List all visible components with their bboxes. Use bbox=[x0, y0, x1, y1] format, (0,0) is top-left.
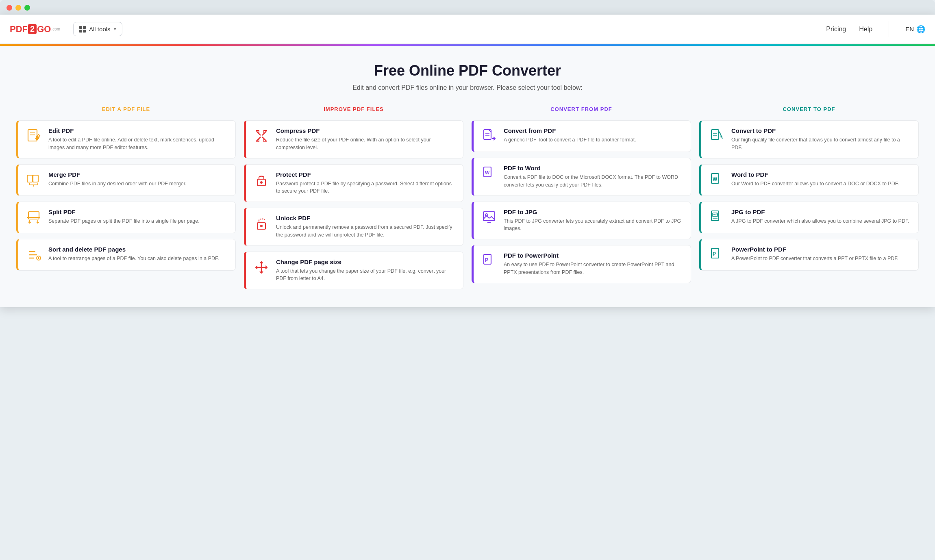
tool-desc-edit-pdf: A tool to edit a PDF file online. Add or… bbox=[48, 136, 229, 152]
tool-card-merge-pdf[interactable]: Merge PDF Combine PDF files in any desir… bbox=[16, 164, 236, 196]
tool-card-protect-pdf[interactable]: Protect PDF Password protect a PDF file … bbox=[244, 164, 463, 202]
tool-card-pdf-to-jpg[interactable]: PDF to JPG This PDF to JPG converter let… bbox=[472, 202, 691, 240]
logo-2-badge: 2 bbox=[28, 24, 37, 34]
tool-card-pdf-to-ppt[interactable]: P PDF to PowerPoint An easy to use PDF t… bbox=[472, 245, 691, 283]
svg-rect-6 bbox=[28, 212, 39, 219]
all-tools-button[interactable]: All tools ▾ bbox=[73, 22, 122, 36]
all-tools-label: All tools bbox=[89, 26, 111, 33]
tool-card-jpg-to-pdf[interactable]: JPG to PDF A JPG to PDF converter which … bbox=[699, 202, 919, 233]
tool-info-compress-pdf: Compress PDF Reduce the file size of you… bbox=[276, 127, 457, 152]
tool-card-compress-pdf[interactable]: Compress PDF Reduce the file size of you… bbox=[244, 120, 463, 158]
convert-from-pdf-icon bbox=[480, 127, 498, 145]
help-link[interactable]: Help bbox=[859, 26, 872, 33]
tool-info-change-page-size: Change PDF page size A tool that lets yo… bbox=[276, 258, 457, 283]
svg-rect-23 bbox=[483, 212, 495, 221]
jpg-to-pdf-icon bbox=[708, 208, 726, 226]
window-chrome bbox=[0, 0, 935, 15]
svg-point-15 bbox=[260, 181, 263, 184]
merge-pdf-icon bbox=[25, 171, 43, 189]
tool-name-ppt-to-pdf: PowerPoint to PDF bbox=[731, 246, 912, 253]
pdf-to-jpg-icon bbox=[480, 208, 498, 226]
edit-pdf-icon bbox=[25, 127, 43, 145]
language-selector[interactable]: EN 🌐 bbox=[905, 25, 925, 34]
compress-pdf-icon bbox=[252, 127, 270, 145]
split-pdf-icon bbox=[25, 208, 43, 226]
tool-desc-convert-to-pdf: Our high quality file converter that all… bbox=[731, 136, 912, 152]
tool-name-split-pdf: Split PDF bbox=[48, 208, 229, 215]
column-improve: IMPROVE PDF FILES Compress PDF R bbox=[244, 106, 463, 295]
minimize-button[interactable] bbox=[15, 5, 21, 11]
lang-label: EN bbox=[905, 26, 914, 33]
tool-info-pdf-to-ppt: PDF to PowerPoint An easy to use PDF to … bbox=[504, 252, 684, 276]
tool-name-edit-pdf: Edit PDF bbox=[48, 127, 229, 134]
tool-desc-sort-pdf: A tool to rearrange pages of a PDF file.… bbox=[48, 255, 229, 263]
svg-text:P: P bbox=[713, 251, 716, 257]
tool-name-change-page-size: Change PDF page size bbox=[276, 258, 457, 265]
tool-name-jpg-to-pdf: JPG to PDF bbox=[731, 208, 912, 215]
tool-desc-ppt-to-pdf: A PowerPoint to PDF converter that conve… bbox=[731, 255, 912, 263]
tool-name-pdf-to-jpg: PDF to JPG bbox=[504, 208, 684, 215]
sort-pdf-icon bbox=[25, 246, 43, 264]
chevron-down-icon: ▾ bbox=[114, 26, 116, 32]
tool-info-ppt-to-pdf: PowerPoint to PDF A PowerPoint to PDF co… bbox=[731, 246, 912, 263]
pdf-to-word-icon: W bbox=[480, 165, 498, 182]
tool-card-pdf-to-word[interactable]: W PDF to Word Convert a PDF file to DOC … bbox=[472, 158, 691, 196]
protect-pdf-icon bbox=[252, 171, 270, 189]
tool-name-merge-pdf: Merge PDF bbox=[48, 171, 229, 178]
tool-card-split-pdf[interactable]: Split PDF Separate PDF pages or split th… bbox=[16, 202, 236, 233]
tool-desc-pdf-to-word: Convert a PDF file to DOC or the Microso… bbox=[504, 174, 684, 189]
logo[interactable]: PDF 2 GO .com bbox=[10, 24, 60, 35]
tool-desc-change-page-size: A tool that lets you change the paper si… bbox=[276, 267, 457, 283]
tool-desc-word-to-pdf: Our Word to PDF converter allows you to … bbox=[731, 180, 912, 188]
tool-desc-pdf-to-jpg: This PDF to JPG converter lets you accur… bbox=[504, 217, 684, 233]
tool-desc-unlock-pdf: Unlock and permanently remove a password… bbox=[276, 224, 457, 239]
svg-point-17 bbox=[260, 225, 263, 227]
unlock-pdf-icon bbox=[252, 215, 270, 232]
tool-card-convert-to-pdf[interactable]: Convert to PDF Our high quality file con… bbox=[699, 120, 919, 158]
globe-icon: 🌐 bbox=[916, 25, 925, 34]
tool-info-split-pdf: Split PDF Separate PDF pages or split th… bbox=[48, 208, 229, 225]
page-subtitle: Edit and convert PDF files online in you… bbox=[16, 84, 919, 91]
tool-desc-pdf-to-ppt: An easy to use PDF to PowerPoint convert… bbox=[504, 261, 684, 276]
tool-desc-convert-from-pdf: A generic PDF Tool to convert a PDF file… bbox=[504, 136, 684, 144]
tool-info-pdf-to-word: PDF to Word Convert a PDF file to DOC or… bbox=[504, 165, 684, 189]
close-button[interactable] bbox=[7, 5, 12, 11]
tool-name-protect-pdf: Protect PDF bbox=[276, 171, 457, 178]
tool-name-pdf-to-ppt: PDF to PowerPoint bbox=[504, 252, 684, 259]
word-to-pdf-icon: W bbox=[708, 171, 726, 189]
tool-info-convert-from-pdf: Convert from PDF A generic PDF Tool to c… bbox=[504, 127, 684, 144]
tool-desc-compress-pdf: Reduce the file size of your PDF online.… bbox=[276, 136, 457, 152]
tool-info-pdf-to-jpg: PDF to JPG This PDF to JPG converter let… bbox=[504, 208, 684, 233]
tool-info-merge-pdf: Merge PDF Combine PDF files in any desir… bbox=[48, 171, 229, 188]
maximize-button[interactable] bbox=[24, 5, 30, 11]
pricing-link[interactable]: Pricing bbox=[826, 26, 846, 33]
nav-links: Pricing Help EN 🌐 bbox=[826, 21, 925, 37]
tool-card-edit-pdf[interactable]: Edit PDF A tool to edit a PDF file onlin… bbox=[16, 120, 236, 158]
browser-window: PDF 2 GO .com All tools ▾ Pricing Help E… bbox=[0, 15, 935, 307]
tool-info-sort-pdf: Sort and delete PDF pages A tool to rear… bbox=[48, 246, 229, 263]
tool-name-unlock-pdf: Unlock PDF bbox=[276, 215, 457, 221]
tool-card-change-page-size[interactable]: Change PDF page size A tool that lets yo… bbox=[244, 252, 463, 290]
svg-text:W: W bbox=[713, 176, 718, 182]
svg-text:P: P bbox=[485, 257, 488, 263]
tool-name-pdf-to-word: PDF to Word bbox=[504, 165, 684, 171]
tool-name-convert-from-pdf: Convert from PDF bbox=[504, 127, 684, 134]
main-content: Free Online PDF Converter Edit and conve… bbox=[0, 46, 935, 307]
svg-text:W: W bbox=[485, 170, 490, 176]
tool-name-word-to-pdf: Word to PDF bbox=[731, 171, 912, 178]
column-header-improve: IMPROVE PDF FILES bbox=[244, 106, 463, 114]
tool-desc-split-pdf: Separate PDF pages or split the PDF file… bbox=[48, 217, 229, 225]
tool-card-convert-from-pdf[interactable]: Convert from PDF A generic PDF Tool to c… bbox=[472, 120, 691, 152]
column-convert-to: CONVERT TO PDF Convert to PDF Ou bbox=[699, 106, 919, 295]
tool-card-word-to-pdf[interactable]: W Word to PDF Our Word to PDF converter … bbox=[699, 164, 919, 196]
tool-name-convert-to-pdf: Convert to PDF bbox=[731, 127, 912, 134]
column-header-convert-from: CONVERT FROM PDF bbox=[472, 106, 691, 114]
tool-desc-merge-pdf: Combine PDF files in any desired order w… bbox=[48, 180, 229, 188]
tool-info-unlock-pdf: Unlock PDF Unlock and permanently remove… bbox=[276, 215, 457, 239]
tool-card-sort-pdf[interactable]: Sort and delete PDF pages A tool to rear… bbox=[16, 239, 236, 271]
page-title: Free Online PDF Converter bbox=[16, 62, 919, 79]
pdf-to-ppt-icon: P bbox=[480, 252, 498, 270]
column-edit: EDIT A PDF FILE Edit PDF A tool bbox=[16, 106, 236, 295]
tool-card-ppt-to-pdf[interactable]: P PowerPoint to PDF A PowerPoint to PDF … bbox=[699, 239, 919, 271]
tool-card-unlock-pdf[interactable]: Unlock PDF Unlock and permanently remove… bbox=[244, 208, 463, 246]
